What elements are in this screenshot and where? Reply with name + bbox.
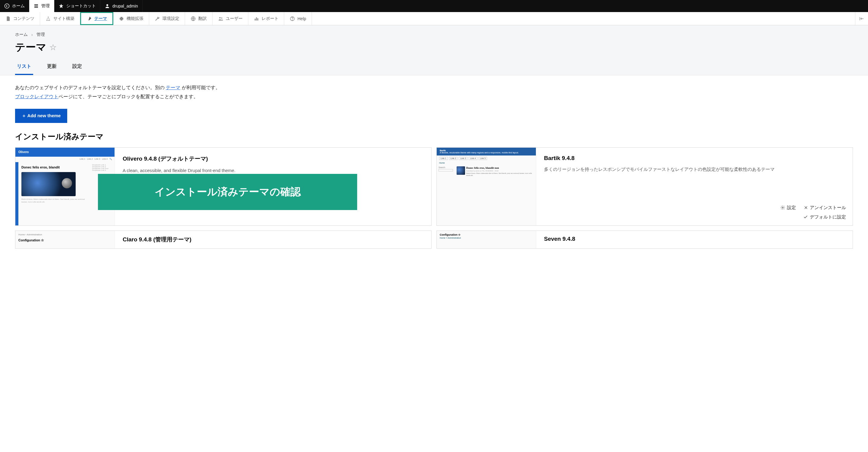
page-title-text: テーマ bbox=[15, 40, 46, 54]
description-line1: あなたのウェブサイトのデフォルトテーマを設定してください。別の テーマ が利用可… bbox=[15, 83, 853, 92]
page-header: ホーム › 管理 テーマ リスト 更新 設定 bbox=[0, 25, 868, 75]
breadcrumb-manage[interactable]: 管理 bbox=[36, 32, 45, 37]
theme-actions: 設定 アンインストール デフォルトに設定 bbox=[780, 205, 846, 220]
menu-label: コンテンツ bbox=[13, 16, 34, 22]
label: 設定 bbox=[787, 205, 796, 211]
menu-label: 翻訳 bbox=[198, 16, 207, 22]
menu-label: 環境設定 bbox=[162, 16, 179, 22]
svg-point-7 bbox=[219, 17, 221, 19]
menu-label: サイト構築 bbox=[53, 16, 74, 22]
tab-list[interactable]: リスト bbox=[15, 63, 33, 75]
text: ページにて、テーマごとにブロックを配置することができます。 bbox=[59, 94, 198, 99]
thumb-home: Home bbox=[437, 161, 536, 164]
menu-extend[interactable]: 機能拡張 bbox=[113, 12, 149, 25]
svg-point-5 bbox=[49, 20, 50, 21]
check-icon bbox=[803, 215, 808, 219]
tab-settings[interactable]: 設定 bbox=[70, 63, 84, 75]
menu-label: ユーザー bbox=[226, 16, 243, 22]
thumb-logo: Olivero bbox=[16, 148, 115, 157]
svg-point-3 bbox=[46, 20, 47, 21]
svg-point-0 bbox=[5, 4, 9, 8]
menu-label: テーマ bbox=[94, 16, 107, 22]
action-set-default[interactable]: デフォルトに設定 bbox=[803, 214, 846, 220]
user-icon bbox=[104, 3, 110, 9]
theme-name: Seven 9.4.8 bbox=[544, 236, 845, 242]
description-line2: ブロックレイアウトページにて、テーマごとにブロックを配置することができます。 bbox=[15, 92, 853, 101]
overlay-text: インストール済みテーマの確認 bbox=[155, 185, 301, 199]
menu-label: 機能拡張 bbox=[127, 16, 144, 22]
svg-rect-10 bbox=[256, 17, 257, 21]
text: が利用可能です。 bbox=[180, 85, 220, 90]
tab-update[interactable]: 更新 bbox=[45, 63, 59, 75]
menu-translate[interactable]: 翻訳 bbox=[185, 12, 213, 25]
label: アンインストール bbox=[810, 205, 846, 211]
main-content: あなたのウェブサイトのデフォルトテーマを設定してください。別の テーマ が利用可… bbox=[0, 75, 868, 256]
action-uninstall[interactable]: アンインストール bbox=[804, 205, 846, 211]
svg-point-8 bbox=[221, 17, 222, 19]
toolbar-shortcuts[interactable]: ショートカット bbox=[54, 0, 100, 12]
paintbrush-icon bbox=[87, 16, 92, 22]
menu-content[interactable]: コンテンツ bbox=[0, 12, 40, 25]
thumb-headline: Donec felis eros, blandit bbox=[22, 165, 87, 170]
close-icon bbox=[804, 205, 808, 210]
menu-people[interactable]: ユーザー bbox=[213, 12, 248, 25]
back-icon bbox=[4, 3, 10, 9]
action-settings[interactable]: 設定 bbox=[780, 205, 796, 211]
toolbar-user[interactable]: drupal_admin bbox=[100, 0, 143, 12]
svg-point-2 bbox=[48, 17, 49, 18]
wrench-icon bbox=[155, 16, 160, 22]
theme-card-seven: Configuration ☆ Home » Administration Se… bbox=[436, 230, 853, 249]
thumb-nav: Link 1Link 2Link 3Link 4🔍 bbox=[16, 157, 115, 162]
hierarchy-icon bbox=[45, 16, 51, 22]
admin-menu: コンテンツ サイト構築 テーマ 機能拡張 環境設定 翻訳 ユーザー レポート H… bbox=[0, 12, 868, 25]
add-new-theme-button[interactable]: ＋ Add new theme bbox=[15, 109, 67, 123]
menu-appearance[interactable]: テーマ bbox=[80, 12, 113, 25]
thumb-tabs: Link 1Link 2Link 3Link 4Link 5 bbox=[437, 156, 536, 161]
collapse-toolbar[interactable] bbox=[855, 12, 868, 25]
svg-point-1 bbox=[106, 4, 108, 6]
theme-card-bartik: Bartik A flexible, recolorable theme wit… bbox=[436, 147, 853, 226]
drupal-toolbar: ホーム 管理 ショートカット drupal_admin bbox=[0, 0, 868, 12]
file-icon bbox=[5, 16, 11, 22]
local-tabs: リスト 更新 設定 bbox=[15, 63, 853, 75]
thumb-breadcrumb: Home » Administration bbox=[440, 237, 533, 239]
collapse-icon bbox=[859, 16, 864, 22]
annotation-overlay: インストール済みテーマの確認 bbox=[98, 174, 357, 210]
menu-structure[interactable]: サイト構築 bbox=[40, 12, 80, 25]
svg-point-14 bbox=[782, 207, 783, 208]
gear-icon bbox=[780, 205, 785, 210]
svg-rect-9 bbox=[255, 19, 255, 21]
toolbar-shortcuts-label: ショートカット bbox=[66, 3, 96, 9]
breadcrumb-home[interactable]: ホーム bbox=[15, 32, 28, 37]
menu-configuration[interactable]: 環境設定 bbox=[149, 12, 185, 25]
themes-link[interactable]: テーマ bbox=[166, 85, 180, 90]
theme-thumbnail: Configuration ☆ Home » Administration bbox=[437, 231, 536, 248]
menu-reports[interactable]: レポート bbox=[248, 12, 284, 25]
favorite-star-icon[interactable] bbox=[50, 44, 57, 51]
page-title: テーマ bbox=[15, 40, 853, 54]
theme-thumbnail: Home › Administration Configuration ☆ bbox=[16, 231, 115, 248]
globe-icon bbox=[190, 16, 196, 22]
star-icon bbox=[59, 3, 64, 9]
thumb-title: Configuration ☆ bbox=[16, 238, 115, 242]
toolbar-home[interactable]: ホーム bbox=[0, 0, 29, 12]
theme-summary: A clean, accessible, and flexible Drupal… bbox=[123, 167, 424, 174]
menu-label: レポート bbox=[261, 16, 278, 22]
hamburger-icon bbox=[33, 3, 39, 9]
toolbar-manage-label: 管理 bbox=[41, 3, 50, 9]
theme-summary: 多くのリージョンを持ったレスポンシブでモバイルファーストなレイアウトの色設定が可… bbox=[544, 166, 845, 173]
thumb-image bbox=[22, 172, 76, 196]
text: あなたのウェブサイトのデフォルトテーマを設定してください。別の bbox=[15, 85, 166, 90]
breadcrumb-sep: › bbox=[31, 32, 33, 37]
theme-name: Bartik 9.4.8 bbox=[544, 155, 845, 162]
help-icon bbox=[290, 16, 295, 22]
breadcrumb: ホーム › 管理 bbox=[15, 32, 853, 37]
thumb-header: Bartik A flexible, recolorable theme wit… bbox=[437, 148, 536, 156]
menu-help[interactable]: Help bbox=[284, 12, 312, 25]
svg-point-13 bbox=[292, 20, 292, 20]
thumb-title: Configuration ☆ bbox=[440, 233, 533, 236]
theme-thumbnail: Bartik A flexible, recolorable theme wit… bbox=[437, 148, 536, 225]
block-layout-link[interactable]: ブロックレイアウト bbox=[15, 94, 59, 99]
toolbar-manage[interactable]: 管理 bbox=[29, 0, 54, 12]
toolbar-home-label: ホーム bbox=[12, 3, 25, 9]
